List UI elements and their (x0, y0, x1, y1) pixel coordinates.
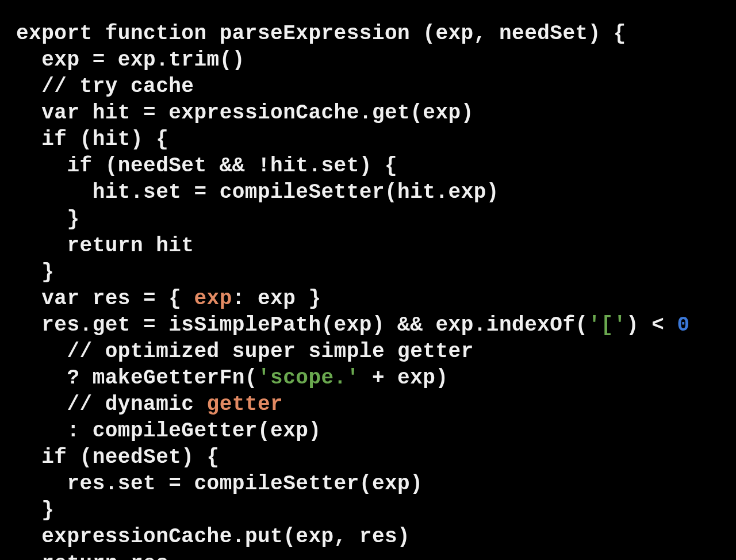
code-token: // try cache (41, 75, 194, 98)
code-token: // dynamic (67, 393, 206, 416)
code-block: export function parseExpression (exp, ne… (0, 0, 736, 560)
code-token: exp = exp.trim() (41, 48, 245, 72)
code-token: if (needSet && !hit.set) { (67, 154, 397, 178)
code-token: return hit (67, 234, 194, 258)
code-token: ) < (626, 313, 677, 337)
code-token: '[' (588, 313, 626, 337)
code-token: + exp) (359, 366, 448, 390)
code-line: var hit = expressionCache.get(exp) (16, 101, 474, 125)
code-token: return res (41, 552, 168, 560)
code-token: if (hit) { (41, 128, 168, 151)
code-token: res.get = isSimplePath(exp) && exp.index… (41, 313, 588, 337)
code-token: if (needSet) { (41, 446, 219, 469)
code-token: var hit = expressionCache.get(exp) (41, 101, 474, 125)
code-line: return res (16, 552, 168, 560)
code-line: exp = exp.trim() (16, 48, 245, 72)
code-token: 0 (677, 313, 689, 337)
code-line: if (hit) { (16, 128, 168, 151)
code-line: } (16, 260, 54, 284)
code-line: // optimized super simple getter (16, 340, 474, 363)
code-token: ? makeGetterFn( (67, 366, 258, 390)
code-line: // dynamic getter (16, 393, 283, 416)
code-token: } (67, 208, 79, 231)
code-token: // optimized super simple getter (67, 340, 473, 363)
code-token: getter (207, 393, 283, 416)
code-line: expressionCache.put(exp, res) (16, 525, 410, 549)
code-token: } (41, 498, 54, 522)
code-token: : exp } (232, 287, 321, 310)
code-line: export function parseExpression (exp, ne… (16, 22, 626, 45)
code-token: : compileGetter(exp) (67, 419, 321, 443)
code-token: hit.set = compileSetter(hit.exp) (93, 181, 499, 204)
code-line: hit.set = compileSetter(hit.exp) (16, 181, 499, 204)
code-line: ? makeGetterFn('scope.' + exp) (16, 366, 448, 390)
code-token: var res = { (41, 287, 194, 310)
code-line: if (needSet && !hit.set) { (16, 154, 397, 178)
code-line: var res = { exp: exp } (16, 287, 321, 310)
code-token: exp (194, 287, 232, 310)
code-line: res.get = isSimplePath(exp) && exp.index… (16, 313, 690, 337)
code-line: : compileGetter(exp) (16, 419, 321, 443)
code-line: return hit (16, 234, 194, 258)
code-token: } (41, 260, 54, 284)
code-token: expressionCache.put(exp, res) (41, 525, 410, 549)
code-token: 'scope.' (258, 366, 359, 390)
code-token: res.set = compileSetter(exp) (67, 472, 423, 496)
code-line: if (needSet) { (16, 446, 220, 469)
code-line: res.set = compileSetter(exp) (16, 472, 423, 496)
code-token: export function parseExpression (exp, ne… (16, 22, 626, 45)
code-line: } (16, 208, 80, 231)
code-line: // try cache (16, 75, 194, 98)
code-line: } (16, 498, 54, 522)
